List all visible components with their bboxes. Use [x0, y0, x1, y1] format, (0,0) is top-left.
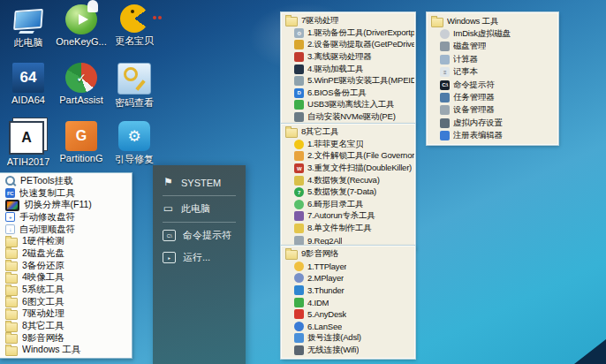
menu-item[interactable]: 8.单文件制作工具	[282, 223, 414, 235]
menu-item-label: 7.Autorun专杀工具	[307, 210, 375, 222]
menu-item-label: 设备管理器	[453, 104, 495, 116]
menu-item-label: 1.驱动备份工具(DriverExportpe)	[307, 27, 414, 39]
menu-item[interactable]: 6.畸形目录工具	[282, 199, 414, 211]
menu-item[interactable]: 1.菲菲更名宝贝	[282, 139, 414, 151]
onekey-ghost-icon	[65, 4, 97, 34]
left-quicklaunch-panel: PETools挂载FC快速复制工具切换分辨率(F11)+手动修改盘符↓自动理顺盘…	[0, 172, 133, 359]
menu-item[interactable]: D6.BIOS备份工具	[282, 87, 414, 100]
menu-item[interactable]: ⚙1.驱动备份工具(DriverExportpe)	[282, 27, 414, 40]
menu-item[interactable]: 自动安装NVMe驱动(PE)	[282, 111, 414, 124]
ttplayer-duck-icon	[294, 262, 304, 271]
desktop-icon[interactable]: 此电脑	[2, 4, 55, 63]
password-view-icon	[117, 63, 151, 95]
menu-item[interactable]: 3.Thunder	[282, 284, 414, 297]
left-menu-item[interactable]: 1硬件检测	[0, 235, 132, 247]
menu-item[interactable]: 2.设备驱动提取器(GetPeDriver)	[282, 39, 414, 51]
menu-item[interactable]: 5.AnyDesk	[282, 308, 414, 321]
usb3-inject-icon	[294, 100, 304, 110]
menu-item[interactable]: ImDisk虚拟磁盘	[428, 27, 557, 40]
driver-extract-icon	[294, 40, 304, 49]
menu-panel-media: 9影音网络 1.TTPlayer2.MPlayer3.Thunder4.IDM5…	[281, 246, 415, 359]
folder-icon	[5, 322, 18, 332]
left-menu-item[interactable]: ↓自动理顺盘符	[0, 224, 132, 236]
menu-header-drivers[interactable]: 7驱动处理	[282, 15, 414, 27]
system-menu-item[interactable]: ▸运行...	[153, 246, 246, 269]
menu-item-label: 无线连接(Wifi)	[307, 345, 359, 356]
cmd-icon: C:\	[440, 80, 450, 90]
menu-item[interactable]: 无线连接(Wifi)	[282, 345, 414, 357]
menu-item[interactable]: ≡记事本	[428, 66, 557, 79]
system-menu-item[interactable]: ⚑SYSTEM	[153, 171, 246, 193]
menu-separator	[163, 222, 236, 223]
menu-item-label: 5.AnyDesk	[307, 309, 346, 319]
menu-item[interactable]: 设备管理器	[428, 104, 557, 117]
desktop-icon[interactable]: 密码查看	[108, 63, 161, 121]
menu-item[interactable]: 4.数据恢复(Recuva)	[282, 174, 414, 186]
menu-item-label: 命令提示符	[183, 229, 231, 242]
left-menu-item[interactable]: +手动修改盘符	[0, 211, 132, 224]
left-menu-item[interactable]: 4映像工具	[0, 272, 132, 284]
left-menu-item[interactable]: PETools挂载	[0, 175, 132, 187]
left-menu-item[interactable]: FC快速复制工具	[0, 187, 132, 200]
menu-item-label: 计算器	[453, 54, 478, 65]
menu-header-media[interactable]: 9影音网络	[282, 248, 414, 261]
menu-item[interactable]: 磁盘管理	[428, 41, 557, 53]
menu-item[interactable]: 虚拟内存设置	[428, 117, 557, 129]
left-menu-item[interactable]: 2磁盘光盘	[0, 247, 132, 260]
menu-item[interactable]: 1.TTPlayer	[282, 261, 414, 273]
left-menu-item[interactable]: 7驱动处理	[0, 308, 132, 321]
menu-item[interactable]: 3.离线驱动处理器	[282, 51, 414, 64]
anydesk-icon	[294, 309, 304, 319]
left-menu-item[interactable]: 3备份还原	[0, 260, 132, 272]
menu-item-label: 运行...	[183, 251, 210, 264]
menu-item[interactable]: C:\命令提示符	[428, 79, 557, 91]
menu-item[interactable]: USB3驱动离线注入工具	[282, 99, 414, 111]
system-menu-item[interactable]: ▭此电脑	[153, 198, 246, 220]
left-menu-item[interactable]: 6图文工具	[0, 296, 132, 308]
menu-item[interactable]: 4.驱动加载工具	[282, 63, 414, 75]
desktop-icon[interactable]: 更名宝贝	[108, 4, 161, 63]
menu-item-label: 5.WinPE驱动安装工具(MPEIDRV)	[307, 75, 414, 87]
menu-header-others[interactable]: 8其它工具	[282, 126, 414, 139]
partitiong-icon: G	[65, 121, 97, 151]
menu-item-label: 1.菲菲更名宝贝	[307, 139, 363, 150]
desktop-icon[interactable]: AATIH2017	[2, 121, 55, 179]
menu-item-label: 3备份还原	[22, 260, 64, 272]
menu-item-label: 2.MPlayer	[307, 273, 344, 283]
menu-item-label: 5.数据恢复(7-Data)	[307, 186, 376, 198]
desktop-icon[interactable]: OneKeyG...	[55, 4, 108, 63]
menu-item[interactable]: 6.LanSee	[282, 321, 414, 333]
left-menu-item[interactable]: Windows 工具	[0, 345, 132, 357]
menu-item[interactable]: 2.文件解锁工具(File Governor)	[282, 150, 414, 163]
system-menu-item[interactable]: C:\命令提示符	[153, 224, 246, 246]
left-menu-item[interactable]: 切换分辨率(F11)	[0, 199, 132, 211]
menu-item[interactable]: 5.WinPE驱动安装工具(MPEIDRV)	[282, 75, 414, 87]
left-menu-item[interactable]: 9影音网络	[0, 332, 132, 345]
left-menu-item[interactable]: 8其它工具	[0, 320, 132, 332]
menu-item-label: 快速复制工具	[19, 187, 75, 200]
menu-item[interactable]: 4.IDM	[282, 296, 414, 308]
menu-item[interactable]: 注册表编辑器	[428, 130, 557, 142]
desktop-icon[interactable]: 64AIDA64	[2, 63, 55, 121]
menu-item[interactable]: 7.Autorun专杀工具	[282, 210, 414, 223]
menu-item[interactable]: W3.重复文件扫描(DoubleKiller)	[282, 163, 414, 175]
device-manager-icon	[440, 105, 450, 115]
menu-item-label: 4.驱动加载工具	[307, 64, 363, 75]
menu-item[interactable]: 任务管理器	[428, 91, 557, 103]
menu-item-label: 9影音网络	[22, 332, 64, 345]
menu-item[interactable]: 9.Reg2All	[282, 234, 414, 246]
menu-item-label: 2.文件解锁工具(File Governor)	[307, 150, 414, 162]
menu-header-windows-tools[interactable]: Windows 工具	[428, 15, 557, 27]
calculator-icon	[440, 55, 450, 64]
menu-item[interactable]: 拨号连接(Adsl)	[282, 332, 414, 345]
menu-item[interactable]: 计算器	[428, 53, 557, 65]
menu-item-label: 4.IDM	[307, 298, 329, 307]
desktop-icon-label: 引导修复	[115, 153, 154, 166]
menu-item-label: 4映像工具	[22, 271, 64, 284]
menu-item[interactable]: 2.MPlayer	[282, 272, 414, 284]
desktop-icon[interactable]: GPartitionG	[55, 121, 108, 179]
desktop-icon[interactable]: ✓PartAssist	[55, 63, 108, 121]
left-menu-item[interactable]: 5系统工具	[0, 284, 132, 296]
menu-item-label: 6.畸形目录工具	[307, 199, 363, 210]
menu-item[interactable]: 75.数据恢复(7-Data)	[282, 186, 414, 199]
